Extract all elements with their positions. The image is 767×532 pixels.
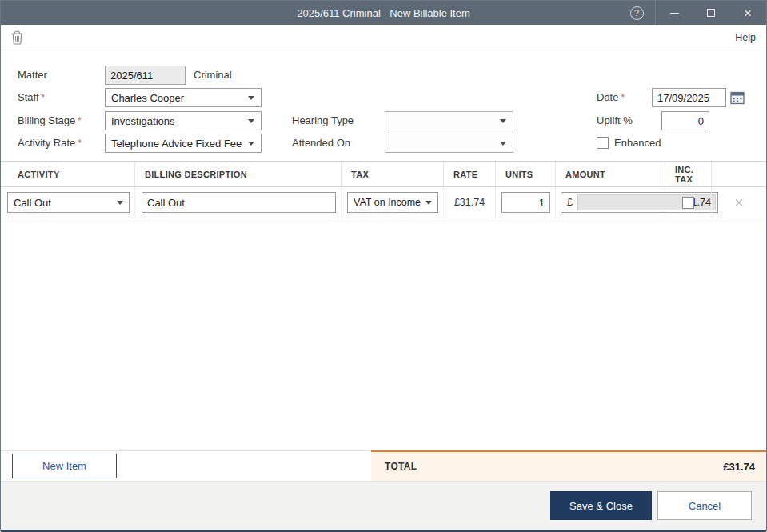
activity-rate-value: Telephone Advice Fixed Fee	[111, 138, 248, 150]
save-and-close-button[interactable]: Save & Close	[550, 491, 652, 520]
enhanced-label: Enhanced	[614, 137, 661, 149]
required-marker: *	[621, 92, 625, 103]
matter-type-label: Criminal	[194, 66, 232, 85]
column-header-units: UNITS	[496, 162, 556, 186]
matter-label: Matter	[18, 66, 47, 85]
column-header-billing-description: BILLING DESCRIPTION	[135, 162, 342, 186]
delete-row-icon[interactable]: ×	[717, 194, 761, 210]
units-input[interactable]	[501, 192, 550, 213]
billing-stage-dropdown[interactable]: Investigations	[105, 111, 262, 130]
chevron-down-icon	[117, 201, 123, 205]
staff-dropdown[interactable]: Charles Cooper	[105, 88, 262, 107]
chevron-down-icon	[425, 201, 432, 205]
close-icon: ×	[744, 6, 752, 20]
chevron-down-icon	[500, 142, 506, 146]
maximize-button[interactable]	[693, 1, 729, 25]
enhanced-field: Enhanced	[597, 137, 661, 149]
column-header-inc-tax: INC. TAX	[665, 162, 712, 186]
attended-on-label: Attended On	[292, 134, 350, 153]
inc-tax-checkbox[interactable]	[682, 197, 694, 209]
column-header-actions	[712, 162, 766, 186]
delete-item-button[interactable]	[11, 30, 23, 45]
column-header-amount: AMOUNT	[556, 162, 665, 186]
billing-description-cell	[135, 187, 342, 218]
column-header-rate: RATE	[444, 162, 496, 186]
uplift-label: Uplift %	[597, 111, 633, 130]
minimize-icon	[670, 13, 679, 14]
total-bar: TOTAL £31.74	[371, 450, 766, 481]
cancel-button[interactable]: Cancel	[657, 491, 752, 520]
items-footer-left: New Item	[1, 450, 371, 481]
window-controls: ? ×	[618, 1, 766, 25]
chevron-down-icon	[248, 96, 254, 100]
billing-stage-label: Billing Stage*	[18, 111, 82, 130]
tax-value: VAT on Income	[354, 197, 425, 208]
staff-value: Charles Cooper	[111, 92, 248, 104]
date-field[interactable]	[652, 88, 726, 107]
staff-label: Staff*	[18, 88, 45, 107]
form-area: Matter Criminal Staff* Charles Cooper Da…	[1, 50, 766, 158]
dialog-footer: Save & Close Cancel	[1, 481, 766, 530]
table-empty-area	[1, 218, 766, 450]
maximize-icon	[707, 9, 715, 17]
attended-on-dropdown[interactable]	[385, 134, 513, 153]
rate-cell: £31.74	[444, 187, 496, 218]
items-footer: New Item TOTAL £31.74	[1, 450, 766, 481]
activity-cell: Call Out	[1, 187, 135, 218]
billing-description-input[interactable]	[142, 192, 336, 213]
required-marker: *	[42, 92, 46, 103]
table-row: Call Out VAT on Income £31.74 £	[1, 187, 766, 218]
activity-rate-label: Activity Rate*	[18, 134, 82, 153]
matter-field	[105, 66, 186, 85]
billing-stage-value: Investigations	[111, 115, 248, 127]
hearing-type-label: Hearing Type	[292, 111, 354, 130]
new-item-button[interactable]: New Item	[12, 454, 117, 478]
column-header-activity: ACTIVITY	[1, 162, 135, 186]
chevron-down-icon	[500, 119, 506, 123]
help-button[interactable]: ?	[618, 1, 655, 25]
activity-dropdown[interactable]: Call Out	[7, 192, 130, 213]
close-button[interactable]: ×	[729, 1, 766, 25]
amount-cell: £	[556, 187, 665, 218]
row-actions-cell: ×	[712, 187, 766, 218]
tax-cell: VAT on Income	[342, 187, 444, 218]
total-value: £31.74	[723, 461, 755, 473]
currency-symbol: £	[561, 197, 577, 208]
titlebar: 2025/611 Criminal - New Billable Item ? …	[1, 1, 766, 25]
tax-dropdown[interactable]: VAT on Income	[347, 192, 438, 213]
rate-value: £31.74	[449, 197, 490, 208]
chevron-down-icon	[248, 142, 254, 146]
help-link[interactable]: Help	[735, 32, 756, 43]
required-marker: *	[78, 115, 82, 126]
date-label: Date*	[597, 88, 625, 107]
enhanced-checkbox[interactable]	[597, 137, 609, 149]
items-table-header: ACTIVITY BILLING DESCRIPTION TAX RATE UN…	[1, 161, 766, 187]
chevron-down-icon	[248, 119, 254, 123]
hearing-type-dropdown[interactable]	[385, 111, 513, 130]
minimize-button[interactable]	[656, 1, 693, 25]
billable-item-dialog: 2025/611 Criminal - New Billable Item ? …	[0, 0, 767, 532]
required-marker: *	[78, 138, 82, 149]
uplift-field[interactable]	[661, 111, 709, 130]
column-header-tax: TAX	[342, 162, 444, 186]
help-icon: ?	[630, 6, 644, 20]
trash-icon	[11, 30, 23, 45]
activity-value: Call Out	[14, 197, 117, 209]
inc-tax-cell	[665, 187, 712, 218]
units-cell	[496, 187, 556, 218]
total-label: TOTAL	[385, 461, 723, 472]
toolbar: Help	[1, 25, 766, 50]
calendar-button[interactable]	[729, 90, 745, 106]
calendar-icon	[730, 90, 745, 105]
activity-rate-dropdown[interactable]: Telephone Advice Fixed Fee	[105, 134, 262, 153]
